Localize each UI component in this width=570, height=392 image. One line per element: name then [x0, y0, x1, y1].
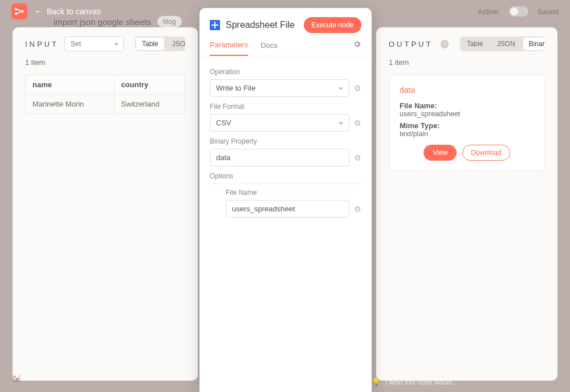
filename-input[interactable]: users_spreadsheet [226, 200, 349, 218]
column-header-name[interactable]: name [26, 75, 115, 95]
output-binary-card: data File Name: users_spreadsheet Mime T… [389, 75, 545, 172]
feedback-prompt[interactable]: 💡 I wish this node would… [372, 378, 459, 386]
bottom-left-icon[interactable]: ⇲ [13, 373, 20, 384]
back-to-canvas-link[interactable]: Back to canvas [47, 7, 101, 16]
param-options-icon[interactable]: ⚙ [354, 84, 361, 93]
operation-label: Operation [210, 68, 361, 76]
input-view-toggle: Table JSON [135, 36, 185, 51]
input-view-json[interactable]: JSON [165, 36, 185, 51]
output-panel: OUTPUT i Table JSON Binary 1 item data F… [376, 27, 557, 381]
cell-country: Switzerland [114, 95, 185, 114]
input-view-table[interactable]: Table [136, 38, 164, 50]
mimetype-value: text/plain [400, 130, 534, 138]
output-view-json[interactable]: JSON [490, 36, 522, 51]
input-source-select[interactable]: Set [64, 36, 124, 51]
workflow-name[interactable]: import json google sheets [54, 17, 151, 27]
output-view-toggle: Table JSON Binary [460, 36, 545, 51]
input-data-table: name country Marinette Morin Switzerland [25, 75, 185, 114]
output-view-table[interactable]: Table [460, 36, 490, 51]
binary-property-input[interactable]: data [210, 149, 349, 166]
workflow-tag[interactable]: blog [157, 16, 182, 27]
active-label: Active: [478, 7, 500, 16]
spreadsheet-icon [210, 20, 220, 30]
output-data-heading: data [400, 85, 534, 95]
info-icon[interactable]: i [441, 40, 448, 48]
lightbulb-icon: 💡 [372, 378, 381, 386]
settings-gear-icon[interactable] [353, 40, 361, 56]
table-row[interactable]: Marinette Morin Switzerland [26, 95, 185, 114]
operation-select[interactable]: Write to File [210, 79, 349, 97]
output-title: OUTPUT [389, 40, 433, 48]
column-header-country[interactable]: country [114, 75, 185, 95]
input-items-count: 1 item [25, 58, 185, 67]
tab-docs[interactable]: Docs [260, 41, 278, 55]
back-arrow-icon[interactable]: ← [34, 6, 43, 17]
binary-property-label: Binary Property [210, 137, 361, 145]
mimetype-label: Mime Type: [400, 121, 534, 130]
feedback-text: I wish this node would… [385, 378, 459, 386]
active-toggle[interactable] [509, 6, 528, 17]
saved-indicator: Saved [538, 7, 559, 16]
param-options-icon[interactable]: ⚙ [354, 205, 361, 214]
input-panel: INPUT Set Table JSON 1 item name country… [13, 27, 198, 381]
view-button[interactable]: View [424, 145, 457, 161]
download-button[interactable]: Download [462, 145, 510, 161]
filename-label: File Name: [400, 101, 534, 110]
tab-parameters[interactable]: Parameters [210, 40, 248, 56]
execute-node-button[interactable]: Execute node [304, 17, 361, 33]
format-select[interactable]: CSV [210, 114, 349, 132]
input-title: INPUT [25, 40, 59, 48]
output-view-binary[interactable]: Binary [523, 38, 545, 50]
filename-value: users_spreadsheet [400, 110, 534, 118]
app-logo [11, 3, 27, 19]
param-options-icon[interactable]: ⚙ [354, 119, 361, 128]
table-header-row: name country [26, 75, 185, 95]
format-label: File Format [210, 103, 361, 111]
param-options-icon[interactable]: ⚙ [354, 153, 361, 162]
options-label: Options [210, 172, 361, 180]
filename-option-label: File Name [226, 189, 361, 197]
node-editor-modal: Spreadsheet File Execute node Parameters… [199, 8, 372, 392]
output-items-count: 1 item [389, 58, 545, 67]
cell-name: Marinette Morin [26, 95, 115, 114]
node-title: Spreadsheet File [226, 20, 298, 30]
